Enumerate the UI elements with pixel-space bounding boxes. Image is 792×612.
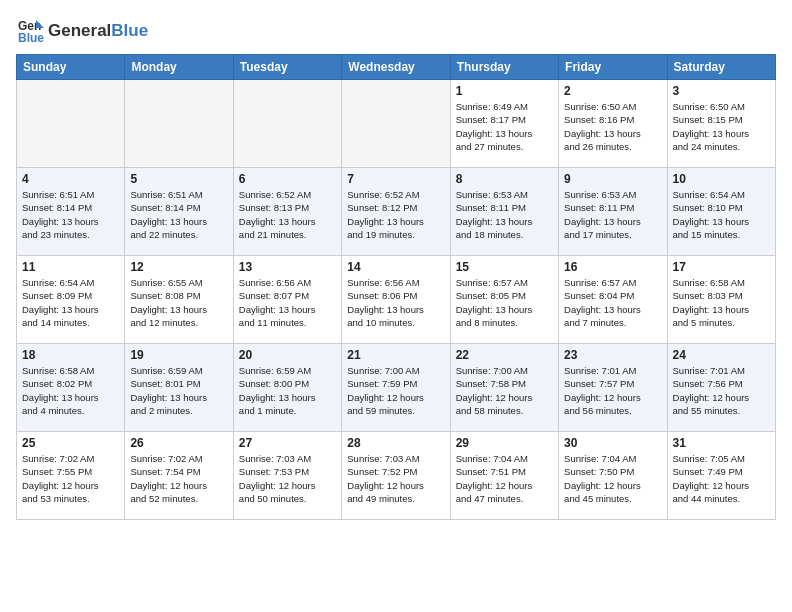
day-info: Sunrise: 6:51 AM Sunset: 8:14 PM Dayligh…: [22, 188, 119, 241]
logo: Gen Blue GeneralBlue: [16, 16, 148, 44]
day-info: Sunrise: 6:52 AM Sunset: 8:12 PM Dayligh…: [347, 188, 444, 241]
day-info: Sunrise: 6:58 AM Sunset: 8:03 PM Dayligh…: [673, 276, 770, 329]
calendar-cell: 19Sunrise: 6:59 AM Sunset: 8:01 PM Dayli…: [125, 344, 233, 432]
day-info: Sunrise: 6:54 AM Sunset: 8:10 PM Dayligh…: [673, 188, 770, 241]
day-number: 29: [456, 436, 553, 450]
day-number: 13: [239, 260, 336, 274]
day-info: Sunrise: 6:56 AM Sunset: 8:06 PM Dayligh…: [347, 276, 444, 329]
day-number: 22: [456, 348, 553, 362]
calendar-cell: 30Sunrise: 7:04 AM Sunset: 7:50 PM Dayli…: [559, 432, 667, 520]
calendar-cell: 31Sunrise: 7:05 AM Sunset: 7:49 PM Dayli…: [667, 432, 775, 520]
day-header-tuesday: Tuesday: [233, 55, 341, 80]
calendar-cell: 17Sunrise: 6:58 AM Sunset: 8:03 PM Dayli…: [667, 256, 775, 344]
day-number: 25: [22, 436, 119, 450]
logo-general-text: General: [48, 21, 111, 40]
day-number: 17: [673, 260, 770, 274]
calendar-cell: 10Sunrise: 6:54 AM Sunset: 8:10 PM Dayli…: [667, 168, 775, 256]
calendar-cell: 15Sunrise: 6:57 AM Sunset: 8:05 PM Dayli…: [450, 256, 558, 344]
day-info: Sunrise: 7:03 AM Sunset: 7:53 PM Dayligh…: [239, 452, 336, 505]
day-number: 31: [673, 436, 770, 450]
day-number: 21: [347, 348, 444, 362]
calendar-cell: 12Sunrise: 6:55 AM Sunset: 8:08 PM Dayli…: [125, 256, 233, 344]
day-info: Sunrise: 7:04 AM Sunset: 7:51 PM Dayligh…: [456, 452, 553, 505]
calendar-table: SundayMondayTuesdayWednesdayThursdayFrid…: [16, 54, 776, 520]
day-number: 6: [239, 172, 336, 186]
calendar-cell: 28Sunrise: 7:03 AM Sunset: 7:52 PM Dayli…: [342, 432, 450, 520]
calendar-cell: 4Sunrise: 6:51 AM Sunset: 8:14 PM Daylig…: [17, 168, 125, 256]
calendar-cell: 14Sunrise: 6:56 AM Sunset: 8:06 PM Dayli…: [342, 256, 450, 344]
calendar-cell: 6Sunrise: 6:52 AM Sunset: 8:13 PM Daylig…: [233, 168, 341, 256]
day-header-friday: Friday: [559, 55, 667, 80]
day-info: Sunrise: 7:00 AM Sunset: 7:59 PM Dayligh…: [347, 364, 444, 417]
calendar-cell: 22Sunrise: 7:00 AM Sunset: 7:58 PM Dayli…: [450, 344, 558, 432]
calendar-week-row: 11Sunrise: 6:54 AM Sunset: 8:09 PM Dayli…: [17, 256, 776, 344]
calendar-cell: 7Sunrise: 6:52 AM Sunset: 8:12 PM Daylig…: [342, 168, 450, 256]
day-info: Sunrise: 7:02 AM Sunset: 7:54 PM Dayligh…: [130, 452, 227, 505]
day-number: 16: [564, 260, 661, 274]
day-number: 2: [564, 84, 661, 98]
calendar-cell: [125, 80, 233, 168]
day-number: 11: [22, 260, 119, 274]
day-number: 12: [130, 260, 227, 274]
day-info: Sunrise: 7:02 AM Sunset: 7:55 PM Dayligh…: [22, 452, 119, 505]
day-header-saturday: Saturday: [667, 55, 775, 80]
calendar-cell: [17, 80, 125, 168]
day-info: Sunrise: 7:00 AM Sunset: 7:58 PM Dayligh…: [456, 364, 553, 417]
page-header: Gen Blue GeneralBlue: [16, 16, 776, 44]
day-number: 15: [456, 260, 553, 274]
calendar-cell: 2Sunrise: 6:50 AM Sunset: 8:16 PM Daylig…: [559, 80, 667, 168]
day-header-monday: Monday: [125, 55, 233, 80]
day-number: 27: [239, 436, 336, 450]
day-header-wednesday: Wednesday: [342, 55, 450, 80]
calendar-cell: 16Sunrise: 6:57 AM Sunset: 8:04 PM Dayli…: [559, 256, 667, 344]
day-info: Sunrise: 6:59 AM Sunset: 8:00 PM Dayligh…: [239, 364, 336, 417]
calendar-cell: 13Sunrise: 6:56 AM Sunset: 8:07 PM Dayli…: [233, 256, 341, 344]
day-number: 18: [22, 348, 119, 362]
day-number: 28: [347, 436, 444, 450]
calendar-cell: 18Sunrise: 6:58 AM Sunset: 8:02 PM Dayli…: [17, 344, 125, 432]
day-header-thursday: Thursday: [450, 55, 558, 80]
svg-text:Blue: Blue: [18, 31, 44, 44]
day-number: 3: [673, 84, 770, 98]
calendar-cell: [233, 80, 341, 168]
day-number: 20: [239, 348, 336, 362]
day-number: 5: [130, 172, 227, 186]
day-info: Sunrise: 6:54 AM Sunset: 8:09 PM Dayligh…: [22, 276, 119, 329]
calendar-cell: [342, 80, 450, 168]
calendar-week-row: 1Sunrise: 6:49 AM Sunset: 8:17 PM Daylig…: [17, 80, 776, 168]
calendar-cell: 25Sunrise: 7:02 AM Sunset: 7:55 PM Dayli…: [17, 432, 125, 520]
calendar-cell: 11Sunrise: 6:54 AM Sunset: 8:09 PM Dayli…: [17, 256, 125, 344]
day-number: 7: [347, 172, 444, 186]
calendar-cell: 20Sunrise: 6:59 AM Sunset: 8:00 PM Dayli…: [233, 344, 341, 432]
logo-blue-text: Blue: [111, 21, 148, 40]
day-number: 14: [347, 260, 444, 274]
day-number: 24: [673, 348, 770, 362]
day-header-sunday: Sunday: [17, 55, 125, 80]
day-info: Sunrise: 6:57 AM Sunset: 8:05 PM Dayligh…: [456, 276, 553, 329]
day-info: Sunrise: 7:04 AM Sunset: 7:50 PM Dayligh…: [564, 452, 661, 505]
day-number: 1: [456, 84, 553, 98]
calendar-week-row: 18Sunrise: 6:58 AM Sunset: 8:02 PM Dayli…: [17, 344, 776, 432]
calendar-cell: 24Sunrise: 7:01 AM Sunset: 7:56 PM Dayli…: [667, 344, 775, 432]
day-info: Sunrise: 7:03 AM Sunset: 7:52 PM Dayligh…: [347, 452, 444, 505]
calendar-cell: 26Sunrise: 7:02 AM Sunset: 7:54 PM Dayli…: [125, 432, 233, 520]
day-number: 10: [673, 172, 770, 186]
day-info: Sunrise: 6:50 AM Sunset: 8:15 PM Dayligh…: [673, 100, 770, 153]
day-number: 26: [130, 436, 227, 450]
calendar-cell: 8Sunrise: 6:53 AM Sunset: 8:11 PM Daylig…: [450, 168, 558, 256]
calendar-cell: 29Sunrise: 7:04 AM Sunset: 7:51 PM Dayli…: [450, 432, 558, 520]
day-info: Sunrise: 7:05 AM Sunset: 7:49 PM Dayligh…: [673, 452, 770, 505]
logo-icon: Gen Blue: [16, 16, 44, 44]
calendar-cell: 9Sunrise: 6:53 AM Sunset: 8:11 PM Daylig…: [559, 168, 667, 256]
day-info: Sunrise: 6:55 AM Sunset: 8:08 PM Dayligh…: [130, 276, 227, 329]
days-header-row: SundayMondayTuesdayWednesdayThursdayFrid…: [17, 55, 776, 80]
day-number: 8: [456, 172, 553, 186]
day-number: 9: [564, 172, 661, 186]
calendar-week-row: 25Sunrise: 7:02 AM Sunset: 7:55 PM Dayli…: [17, 432, 776, 520]
calendar-cell: 3Sunrise: 6:50 AM Sunset: 8:15 PM Daylig…: [667, 80, 775, 168]
calendar-cell: 27Sunrise: 7:03 AM Sunset: 7:53 PM Dayli…: [233, 432, 341, 520]
day-info: Sunrise: 6:59 AM Sunset: 8:01 PM Dayligh…: [130, 364, 227, 417]
day-number: 4: [22, 172, 119, 186]
day-number: 19: [130, 348, 227, 362]
day-info: Sunrise: 6:58 AM Sunset: 8:02 PM Dayligh…: [22, 364, 119, 417]
